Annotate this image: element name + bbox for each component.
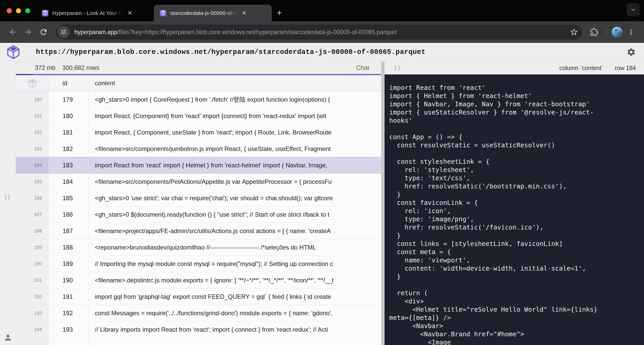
cell-content[interactable]: const Messages = require('../../function…: [88, 305, 381, 321]
cell-id[interactable]: 185: [49, 190, 88, 206]
code-line: type: 'text/css',: [389, 174, 641, 182]
table-row[interactable]: 194 193 // Library imports import React …: [16, 321, 381, 338]
table-row[interactable]: 187 186 <gh_stars>0 $(document).ready(fu…: [16, 206, 381, 223]
scroll-thumb[interactable]: [16, 74, 33, 75]
row-number[interactable]: 188: [16, 223, 49, 239]
back-button[interactable]: [6, 25, 19, 39]
row-number[interactable]: [16, 338, 49, 345]
tune-icon: [60, 29, 67, 35]
row-number[interactable]: 192: [16, 289, 49, 305]
accent-scrollbar[interactable]: [16, 74, 381, 75]
cell-id[interactable]: 191: [49, 289, 88, 305]
table-row[interactable]: 190 189 // Importing the mysql module co…: [16, 256, 381, 272]
row-number[interactable]: 189: [16, 239, 49, 255]
cell-content[interactable]: <reponame>brunodiasdev/quizdomilhao //--…: [88, 239, 381, 255]
cell-content[interactable]: import React, { Component, useState } fr…: [88, 124, 381, 140]
tab-starcoderdata-parquet[interactable]: starcoderdata-js-00000-of-0 ✕: [154, 5, 272, 21]
row-number[interactable]: 191: [16, 272, 49, 288]
cell-id[interactable]: 190: [49, 272, 88, 288]
maximize-window-button[interactable]: [25, 8, 30, 13]
table-row[interactable]: 186 185 <gh_stars>0 'use strict'; var ch…: [16, 190, 381, 206]
row-number[interactable]: 187: [16, 206, 49, 223]
cell-content[interactable]: // Library imports import React from 're…: [88, 321, 381, 338]
table-row[interactable]: 191 190 <filename>.depslintrc.js module.…: [16, 272, 381, 289]
panel-resize-handle[interactable]: [381, 62, 385, 345]
table-row[interactable]: 189 188 <reponame>brunodiasdev/quizdomil…: [16, 239, 381, 256]
row-number[interactable]: 182: [16, 124, 49, 140]
corner-cell[interactable]: [16, 75, 49, 91]
person-icon: [4, 333, 12, 342]
address-bar[interactable]: hyperparam.app/files?key=https://hyperpa…: [56, 25, 582, 40]
tab-hyperparam-home[interactable]: Hyperparam - Look At Your D ✕: [36, 5, 154, 21]
tab-close-icon[interactable]: ✕: [126, 10, 134, 16]
forward-button[interactable]: [22, 25, 35, 39]
table-row[interactable]: 183 182 <filename>src/components/jumbotr…: [16, 141, 381, 157]
cell-id[interactable]: 179: [49, 91, 88, 108]
table-row[interactable]: 180 179 <gh_stars>0 import { CoreRequest…: [16, 91, 381, 108]
cell-content[interactable]: <gh_stars>0 import { CoreRequest } from …: [88, 91, 381, 108]
minimize-window-button[interactable]: [16, 8, 21, 13]
cell-id[interactable]: 192: [49, 305, 88, 321]
close-window-button[interactable]: [7, 8, 12, 13]
bookmark-button[interactable]: [570, 28, 578, 36]
cell-content[interactable]: import React from 'react' import { Helme…: [88, 157, 381, 173]
hyperparam-logo[interactable]: [7, 45, 20, 60]
cell-id[interactable]: 193: [49, 321, 88, 338]
user-profile-button[interactable]: [4, 333, 12, 342]
tab-search-button[interactable]: [627, 3, 640, 16]
cell-content[interactable]: <gh_stars>0 $(document).ready(function (…: [88, 206, 381, 223]
site-settings-button[interactable]: [57, 26, 70, 38]
column-header-content[interactable]: content: [88, 75, 381, 91]
extensions-button[interactable]: [588, 25, 601, 39]
table-row[interactable]: 185 184 <filename>src/components/PetActi…: [16, 174, 381, 190]
cell-content[interactable]: // Importing the mysql module const mysq…: [88, 256, 381, 272]
cell-content[interactable]: <filename>src/components/jumbotron.js im…: [88, 141, 381, 157]
cell-id[interactable]: 183: [49, 157, 88, 173]
browser-menu-button[interactable]: [625, 25, 638, 39]
cell-content[interactable]: <filename>project/apps/FE-admin/src/util…: [88, 223, 381, 239]
row-number[interactable]: 181: [16, 108, 49, 124]
cell-id[interactable]: 181: [49, 124, 88, 140]
cell-content[interactable]: <filename>src/components/PetActions/Appe…: [88, 174, 381, 190]
row-number[interactable]: 185: [16, 174, 49, 190]
cell-content[interactable]: <filename>.depslintrc.js module.exports …: [88, 272, 381, 288]
table-row[interactable]: 193 192 const Messages = require('../../…: [16, 305, 381, 321]
cell-id[interactable]: 187: [49, 223, 88, 239]
table-row[interactable]: 181 180 import React, {Component} from '…: [16, 108, 381, 124]
row-number[interactable]: 194: [16, 321, 49, 338]
reload-button[interactable]: [37, 25, 50, 39]
code-line: href: resolveStatic('/bootstrap.min.css'…: [389, 182, 641, 190]
cell-content[interactable]: [88, 338, 381, 345]
table-row[interactable]: 188 187 <filename>project/apps/FE-admin/…: [16, 223, 381, 239]
row-number[interactable]: 193: [16, 305, 49, 321]
table-row[interactable]: 184 183 import React from 'react' import…: [16, 157, 381, 174]
cell-id[interactable]: 182: [49, 141, 88, 157]
table-row[interactable]: 192 191 import gql from 'graphql-tag' ex…: [16, 289, 381, 305]
cell-id[interactable]: 184: [49, 174, 88, 190]
row-number[interactable]: 186: [16, 190, 49, 206]
cell-content[interactable]: <gh_stars>0 'use strict'; var chai = req…: [88, 190, 381, 206]
row-number[interactable]: 180: [16, 91, 49, 108]
expand-sidebar-button[interactable]: ⟩⟩: [4, 194, 11, 201]
tab-close-icon[interactable]: ✕: [240, 10, 248, 16]
table-row[interactable]: 182 181 import React, { Component, useSt…: [16, 124, 381, 141]
chat-button[interactable]: Chat: [356, 64, 369, 71]
cell-id[interactable]: [49, 338, 88, 345]
new-tab-button[interactable]: +: [272, 5, 287, 20]
row-number[interactable]: 183: [16, 141, 49, 157]
profile-avatar[interactable]: [612, 27, 622, 37]
cell-id[interactable]: 188: [49, 239, 88, 255]
cell-id[interactable]: 180: [49, 108, 88, 124]
collapse-panel-button[interactable]: ⟩⟩: [394, 64, 401, 72]
code-line: name: 'viewport',: [389, 256, 641, 264]
cell-id[interactable]: 186: [49, 206, 88, 223]
column-header-id[interactable]: id: [49, 75, 88, 91]
row-number[interactable]: 184: [16, 157, 49, 173]
cell-id[interactable]: 189: [49, 256, 88, 272]
cell-content[interactable]: import React, {Component} from 'react' i…: [88, 108, 381, 124]
cell-content[interactable]: import gql from 'graphql-tag' export con…: [88, 289, 381, 305]
code-line: type: 'image/png',: [389, 215, 641, 223]
settings-button[interactable]: [627, 47, 636, 57]
table-row-partial[interactable]: [16, 338, 381, 345]
row-number[interactable]: 190: [16, 256, 49, 272]
